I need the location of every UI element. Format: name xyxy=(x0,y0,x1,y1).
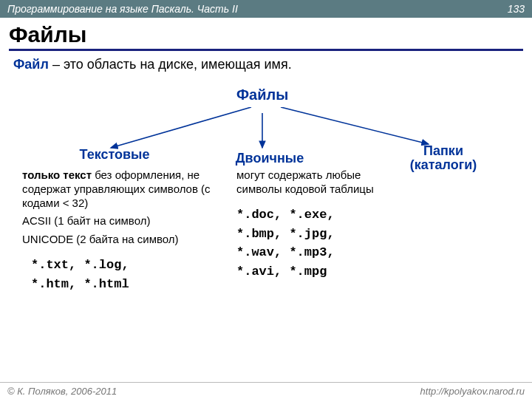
slide-title: Файлы xyxy=(0,18,532,49)
binary-desc: могут содержать любые символы кодовой та… xyxy=(236,168,406,197)
definition-rest: – это область на диске, имеющая имя. xyxy=(49,57,292,72)
definition: Файл – это область на диске, имеющая имя… xyxy=(0,57,532,72)
course-title: Программирование на языке Паскаль. Часть… xyxy=(7,0,238,18)
svg-line-2 xyxy=(281,107,429,144)
page-number: 133 xyxy=(508,0,525,18)
bin-ext-4: *.avi, *.mpg xyxy=(236,262,414,282)
branch-text: Текстовые xyxy=(74,148,155,162)
top-bar: Программирование на языке Паскаль. Часть… xyxy=(0,0,532,18)
diagram-root: Файлы xyxy=(236,87,296,103)
text-ext-1: *.txt, *.log, xyxy=(31,256,223,275)
footer: © К. Поляков, 2006-2011 http://kpolyakov… xyxy=(0,382,532,399)
text-desc-1: только текст без оформления, не содержат… xyxy=(22,168,222,210)
title-rule xyxy=(9,49,523,51)
bin-ext-2: *.bmp, *.jpg, xyxy=(236,225,414,244)
text-ext-2: *.htm, *.html xyxy=(31,275,223,294)
text-desc-2: ACSII (1 байт на символ) xyxy=(22,214,222,228)
text-desc-3: UNICODE (2 байта на символ) xyxy=(22,233,222,247)
binary-extensions: *.doc, *.exe, *.bmp, *.jpg, *.wav, *.mp3… xyxy=(236,205,414,281)
definition-term: Файл xyxy=(13,57,49,72)
svg-line-0 xyxy=(111,107,251,148)
footer-url: http://kpolyakov.narod.ru xyxy=(420,386,525,397)
bin-ext-1: *.doc, *.exe, xyxy=(236,205,414,225)
text-column: только текст без оформления, не содержат… xyxy=(22,168,222,251)
text-extensions: *.txt, *.log, *.htm, *.html xyxy=(31,256,223,293)
binary-column: могут содержать любые символы кодовой та… xyxy=(236,168,406,201)
branch-folders: Папки (каталоги) xyxy=(399,144,488,172)
branch-binary: Двоичные xyxy=(229,151,310,166)
footer-copyright: © К. Поляков, 2006-2011 xyxy=(7,386,117,397)
text-desc-bold: только текст xyxy=(22,168,92,181)
branch-folders-line2: (каталоги) xyxy=(410,157,477,172)
branch-folders-line1: Папки xyxy=(423,143,463,158)
bin-ext-3: *.wav, *.mp3, xyxy=(236,243,414,262)
